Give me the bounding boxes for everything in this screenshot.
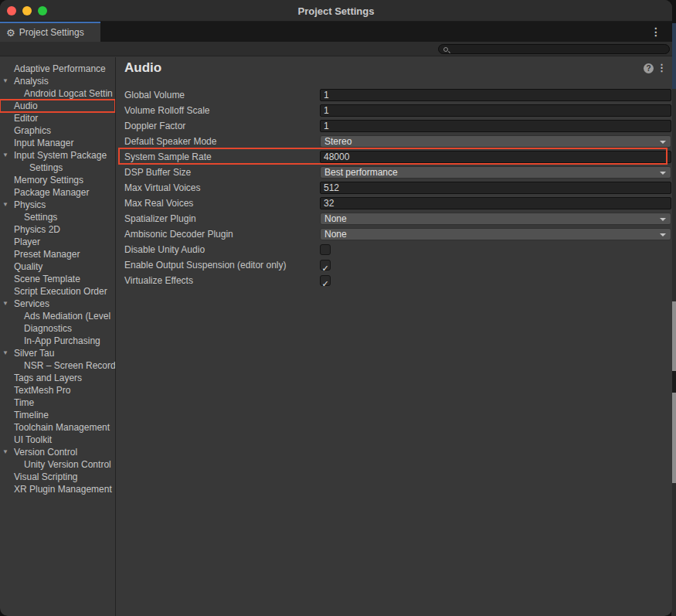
tab-menu-kebab-icon[interactable]: ⋮	[651, 26, 661, 38]
sidebar-item-input-system-package[interactable]: ▼Input System Package	[0, 149, 115, 162]
sidebar-item-xr-plugin-management[interactable]: XR Plugin Management	[0, 483, 115, 495]
sidebar-item-preset-manager[interactable]: Preset Manager	[0, 248, 115, 260]
foldout-arrow-icon[interactable]: ▼	[2, 446, 8, 458]
ambisonic-decoder-plugin-dropdown[interactable]: None	[320, 228, 671, 240]
sidebar-item-label: Android Logcat Settin	[24, 88, 113, 99]
sidebar-item-android-logcat-settin[interactable]: Android Logcat Settin	[0, 87, 115, 100]
tab-label: Project Settings	[19, 27, 84, 38]
sidebar-item-physics[interactable]: ▼Physics	[0, 199, 115, 211]
setting-row-max-real-voices: Max Real Voices	[116, 196, 672, 211]
sidebar-item-label: Diagnostics	[24, 323, 72, 334]
sidebar-item-memory-settings[interactable]: Memory Settings	[0, 174, 115, 186]
sidebar-item-label: Services	[14, 298, 49, 309]
sidebar-item-silver-tau[interactable]: ▼Silver Tau	[0, 347, 115, 359]
global-volume-input[interactable]	[320, 89, 671, 101]
chevron-down-icon	[660, 141, 666, 144]
sidebar-item-toolchain-management[interactable]: Toolchain Management	[0, 421, 115, 434]
sidebar-item-diagnostics[interactable]: Diagnostics	[0, 322, 115, 335]
sidebar-item-label: Physics 2D	[14, 224, 60, 235]
setting-label: Global Volume	[124, 87, 185, 103]
sidebar-item-editor[interactable]: Editor	[0, 112, 115, 124]
setting-row-ambisonic-decoder-plugin: Ambisonic Decoder PluginNone	[116, 226, 672, 242]
dsp-buffer-size-dropdown[interactable]: Best performance	[320, 166, 671, 179]
sidebar-item-tags-and-layers[interactable]: Tags and Layers	[0, 372, 115, 384]
disable-unity-audio-checkbox[interactable]	[320, 244, 331, 255]
max-virtual-voices-input[interactable]	[320, 182, 671, 194]
tab-bar: ⚙ Project Settings ⋮	[0, 22, 672, 42]
setting-label: System Sample Rate	[124, 149, 212, 165]
sidebar-item-in-app-purchasing[interactable]: In-App Purchasing	[0, 335, 115, 347]
setting-row-max-virtual-voices: Max Virtual Voices	[116, 180, 672, 196]
sidebar-item-audio[interactable]: Audio	[0, 100, 115, 112]
enable-output-suspension-editor-only-checkbox[interactable]: ✓	[320, 260, 331, 271]
settings-rows: Global VolumeVolume Rolloff ScaleDoppler…	[116, 87, 672, 288]
tab-project-settings[interactable]: ⚙ Project Settings	[0, 22, 100, 42]
sidebar-item-script-execution-order[interactable]: Script Execution Order	[0, 285, 115, 298]
sidebar-item-settings[interactable]: Settings	[0, 211, 115, 223]
setting-label: DSP Buffer Size	[124, 165, 191, 180]
doppler-factor-input[interactable]	[320, 120, 671, 132]
virtualize-effects-checkbox[interactable]: ✓	[320, 275, 331, 286]
sidebar-item-time[interactable]: Time	[0, 396, 115, 409]
sidebar-item-input-manager[interactable]: Input Manager	[0, 137, 115, 149]
sidebar-item-label: Toolchain Management	[14, 422, 110, 433]
sidebar-item-label: UI Toolkit	[14, 434, 52, 445]
panel-menu-kebab-icon[interactable]: ⋮	[657, 62, 667, 73]
setting-row-disable-unity-audio: Disable Unity Audio	[116, 242, 672, 257]
gear-icon: ⚙	[6, 28, 15, 38]
sidebar-item-visual-scripting[interactable]: Visual Scripting	[0, 471, 115, 483]
check-icon: ✓	[321, 279, 328, 288]
sidebar-item-player[interactable]: Player	[0, 236, 115, 248]
sidebar-item-textmesh-pro[interactable]: TextMesh Pro	[0, 384, 115, 396]
project-settings-window: Project Settings ⚙ Project Settings ⋮ Ad…	[0, 0, 672, 616]
search-field[interactable]	[438, 44, 670, 54]
dropdown-value: Best performance	[324, 167, 398, 178]
sidebar-item-package-manager[interactable]: Package Manager	[0, 186, 115, 199]
sidebar-item-label: Scene Template	[14, 274, 80, 284]
volume-rolloff-scale-input[interactable]	[320, 104, 671, 117]
sidebar-item-label: Ads Mediation (Level	[24, 311, 110, 322]
sidebar-item-label: Tags and Layers	[14, 373, 82, 383]
sidebar-item-label: Visual Scripting	[14, 471, 78, 482]
sidebar-item-version-control[interactable]: ▼Version Control	[0, 446, 115, 458]
sidebar-item-services[interactable]: ▼Services	[0, 298, 115, 310]
sidebar-item-label: Silver Tau	[14, 348, 54, 359]
sidebar-item-graphics[interactable]: Graphics	[0, 124, 115, 137]
sidebar-item-label: XR Plugin Management	[14, 484, 112, 495]
chevron-down-icon	[660, 233, 666, 237]
sidebar-item-unity-version-control[interactable]: Unity Version Control	[0, 458, 115, 471]
titlebar[interactable]: Project Settings	[0, 0, 672, 22]
sidebar-item-quality[interactable]: Quality	[0, 260, 115, 273]
setting-row-volume-rolloff-scale: Volume Rolloff Scale	[116, 103, 672, 118]
foldout-arrow-icon[interactable]: ▼	[2, 149, 8, 162]
sidebar-item-label: Timeline	[14, 410, 49, 420]
setting-row-system-sample-rate: System Sample Rate	[116, 149, 672, 165]
sidebar-item-settings[interactable]: Settings	[0, 162, 115, 174]
spatializer-plugin-dropdown[interactable]: None	[320, 213, 671, 225]
sidebar-item-analysis[interactable]: ▼Analysis	[0, 75, 115, 87]
sidebar-item-physics-2d[interactable]: Physics 2D	[0, 223, 115, 236]
sidebar-item-timeline[interactable]: Timeline	[0, 409, 115, 421]
settings-sidebar: Adaptive Performance▼AnalysisAndroid Log…	[0, 57, 116, 616]
search-input[interactable]	[448, 45, 669, 54]
sidebar-item-scene-template[interactable]: Scene Template	[0, 273, 115, 285]
setting-label: Default Speaker Mode	[124, 134, 216, 149]
foldout-arrow-icon[interactable]: ▼	[2, 75, 8, 87]
help-icon[interactable]: ?	[644, 63, 654, 73]
foldout-arrow-icon[interactable]: ▼	[2, 199, 8, 211]
sidebar-item-adaptive-performance[interactable]: Adaptive Performance	[0, 63, 115, 75]
sidebar-item-nsr-screen-record[interactable]: NSR – Screen Record	[0, 359, 115, 372]
default-speaker-mode-dropdown[interactable]: Stereo	[320, 135, 671, 148]
foldout-arrow-icon[interactable]: ▼	[2, 347, 8, 359]
sidebar-item-label: TextMesh Pro	[14, 385, 70, 396]
sidebar-item-ui-toolkit[interactable]: UI Toolkit	[0, 434, 115, 446]
foldout-arrow-icon[interactable]: ▼	[2, 298, 8, 310]
max-real-voices-input[interactable]	[320, 197, 671, 209]
dropdown-value: None	[324, 229, 347, 240]
setting-row-global-volume: Global Volume	[116, 87, 672, 103]
window-title: Project Settings	[0, 5, 672, 17]
sidebar-item-ads-mediation-level[interactable]: Ads Mediation (Level	[0, 310, 115, 322]
setting-row-spatializer-plugin: Spatializer PluginNone	[116, 211, 672, 226]
sidebar-item-label: Settings	[29, 162, 63, 173]
system-sample-rate-input[interactable]	[320, 151, 671, 163]
